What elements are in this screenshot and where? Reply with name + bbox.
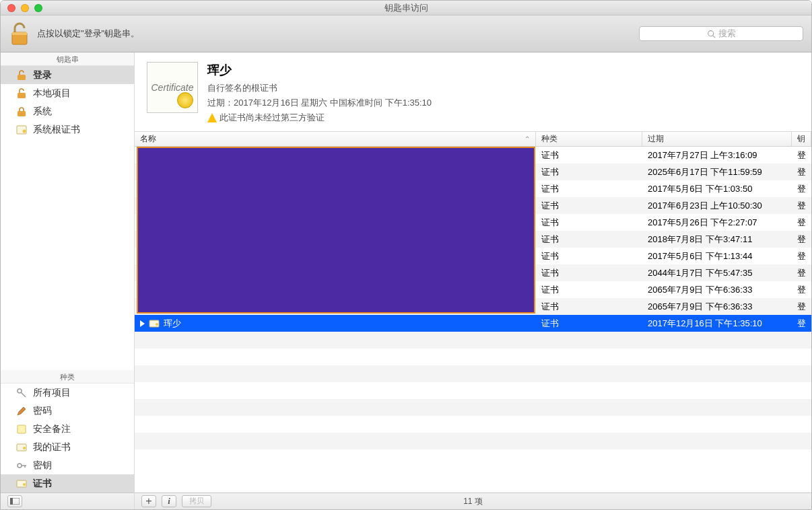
svg-rect-4 — [18, 75, 26, 80]
sidebar-item-label: 本地项目 — [33, 87, 71, 100]
row-name-label: 珲少 — [164, 318, 181, 330]
sidebar-view-toggle-button[interactable] — [7, 495, 22, 507]
status-item-count: 11 项 — [135, 496, 811, 507]
sidebar-item-label: 登录 — [33, 69, 52, 81]
column-header-name[interactable]: 名称 ⌃ — [135, 132, 536, 146]
sidebar-cat-all[interactable]: 所有项目 — [1, 384, 134, 402]
key-icon — [15, 460, 28, 472]
sidebar-item-label: 系统 — [33, 106, 52, 118]
search-icon — [707, 30, 716, 38]
certificate-warning: 此证书尚未经过第三方验证 — [207, 112, 432, 124]
sidebar-keychain-login[interactable]: 登录 — [1, 66, 134, 84]
sidebar-cat-mycerts[interactable]: 我的证书 — [1, 438, 134, 456]
svg-point-22 — [156, 323, 158, 326]
certificate-icon — [149, 318, 160, 329]
sidebar-cat-passwords[interactable]: 密码 — [1, 402, 134, 420]
sidebar-keychain-system[interactable]: 系统 — [1, 102, 134, 120]
column-header-expires[interactable]: 过期 — [642, 132, 792, 146]
sidebar-item-label: 证书 — [33, 478, 52, 490]
svg-point-18 — [23, 483, 26, 486]
sidebar-item-label: 系统根证书 — [33, 124, 80, 136]
certificate-name: 珲少 — [207, 62, 432, 78]
svg-rect-11 — [18, 425, 26, 433]
table-body: 证书2017年7月27日 上午3:16:09登 证书2025年6月17日 下午1… — [135, 147, 811, 493]
svg-point-2 — [708, 30, 713, 36]
empty-rows — [135, 332, 811, 493]
sidebar-cat-keys[interactable]: 密钥 — [1, 456, 134, 474]
sidebar-toggle-icon — [10, 498, 20, 505]
padlock-open-icon — [15, 87, 28, 100]
sidebar-statusbar — [1, 493, 134, 509]
sidebar-categories-header: 种类 — [1, 370, 134, 384]
disclosure-triangle-icon[interactable] — [140, 320, 145, 327]
pencil-icon — [15, 405, 28, 417]
sidebar-item-label: 所有项目 — [33, 387, 71, 399]
certificate-large-icon: Certificate — [147, 62, 198, 113]
svg-line-10 — [21, 392, 26, 397]
search-placeholder: 搜索 — [718, 28, 736, 40]
padlock-open-icon — [9, 20, 30, 47]
statusbar: + i 拷贝 11 项 — [135, 493, 811, 509]
table-row-selected[interactable]: 珲少 证书 2017年12月16日 下午1:35:10 登 — [135, 315, 811, 332]
sidebar-item-label: 密钥 — [33, 460, 52, 472]
redacted-overlay — [137, 147, 535, 314]
lock-keychain-button[interactable] — [9, 20, 30, 47]
certificate-icon — [15, 441, 28, 453]
sidebar-item-label: 我的证书 — [33, 441, 71, 453]
column-header-keychain[interactable]: 钥 — [792, 132, 811, 146]
window-title: 钥匙串访问 — [1, 2, 811, 14]
toolbar: 点按以锁定"登录"钥匙串。 搜索 — [1, 15, 811, 52]
svg-line-3 — [712, 35, 714, 37]
table-header: 名称 ⌃ 种类 过期 钥 — [135, 132, 811, 147]
sidebar-cat-notes[interactable]: 安全备注 — [1, 420, 134, 438]
sidebar-cat-certs[interactable]: 证书 — [1, 474, 134, 493]
svg-rect-1 — [12, 32, 27, 35]
sidebar-categories-list: 所有项目 密码 安全备注 我的证书 密钥 — [1, 384, 134, 493]
sidebar-keychain-roots[interactable]: 系统根证书 — [1, 120, 134, 139]
titlebar: 钥匙串访问 — [1, 1, 811, 15]
svg-rect-6 — [18, 111, 26, 116]
keys-icon — [15, 387, 28, 399]
certificate-subtitle: 自行签名的根证书 — [207, 82, 432, 94]
search-field[interactable]: 搜索 — [639, 26, 803, 41]
svg-rect-20 — [10, 498, 13, 505]
warning-triangle-icon — [207, 113, 217, 122]
sidebar-keychain-local[interactable]: 本地项目 — [1, 84, 134, 102]
svg-point-8 — [23, 129, 26, 133]
padlock-closed-icon — [15, 106, 28, 118]
sidebar-item-label: 密码 — [33, 405, 52, 417]
sidebar: 钥匙串 登录 本地项目 系统 系统根证书 — [1, 52, 135, 509]
svg-point-13 — [23, 447, 26, 449]
svg-rect-5 — [18, 93, 26, 98]
note-icon — [15, 423, 28, 435]
column-header-kind[interactable]: 种类 — [536, 132, 642, 146]
certificate-expiry: 过期：2017年12月16日 星期六 中国标准时间 下午1:35:10 — [207, 97, 432, 109]
main-panel: Certificate 珲少 自行签名的根证书 过期：2017年12月16日 星… — [135, 52, 811, 509]
certificate-detail-header: Certificate 珲少 自行签名的根证书 过期：2017年12月16日 星… — [135, 52, 811, 132]
svg-point-14 — [18, 464, 22, 468]
toolbar-hint: 点按以锁定"登录"钥匙串。 — [37, 28, 139, 40]
padlock-open-icon — [15, 69, 28, 81]
certificate-icon — [15, 478, 28, 490]
sidebar-keychains-header: 钥匙串 — [1, 52, 134, 66]
sort-indicator-icon: ⌃ — [525, 135, 530, 143]
sidebar-item-label: 安全备注 — [33, 423, 71, 435]
certificate-icon — [15, 124, 28, 136]
content-area: 钥匙串 登录 本地项目 系统 系统根证书 — [1, 52, 811, 509]
keychain-access-window: 钥匙串访问 点按以锁定"登录"钥匙串。 搜索 钥匙串 登录 — [0, 0, 812, 510]
sidebar-keychains-list: 登录 本地项目 系统 系统根证书 — [1, 66, 134, 139]
